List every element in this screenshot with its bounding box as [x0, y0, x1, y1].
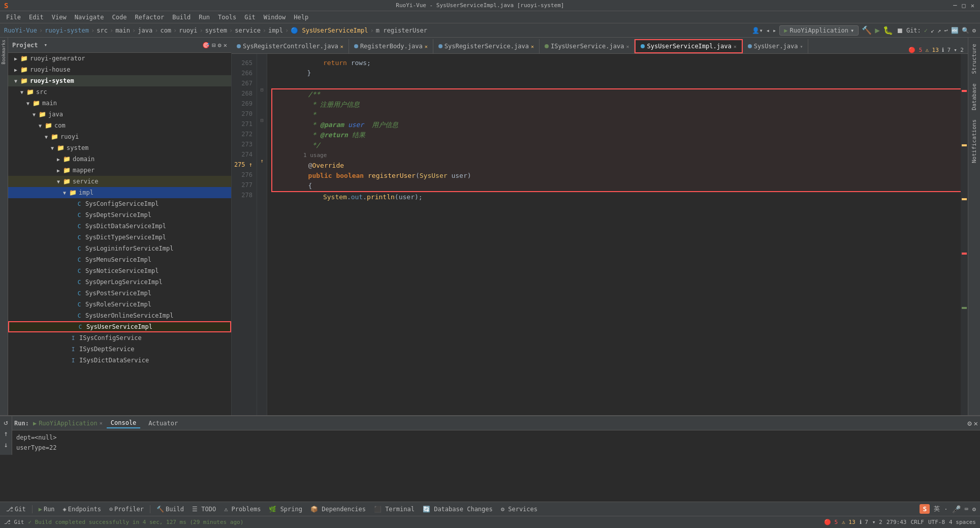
settings-btn[interactable]: ⚙: [972, 27, 976, 34]
status-position[interactable]: 279:43: [887, 519, 907, 525]
services-btn[interactable]: ⚙ Services: [499, 505, 540, 514]
status-indent[interactable]: 4 spaces: [949, 519, 976, 525]
menu-code[interactable]: Code: [108, 13, 131, 22]
tree-item-SysPostServiceImpl[interactable]: C SysPostServiceImpl: [8, 288, 231, 299]
terminal-btn[interactable]: ⬛ Terminal: [372, 505, 417, 514]
tree-item-SysDictDataServiceImpl[interactable]: C SysDictDataServiceImpl: [8, 221, 231, 232]
tree-item-ruoyi-system[interactable]: ▼ 📁 ruoyi-system: [8, 75, 231, 86]
sidebar-hide-btn[interactable]: ✕: [224, 42, 227, 49]
tree-item-SysUserServiceImpl[interactable]: C SysUserServiceImpl: [8, 321, 231, 332]
scroll-up-button[interactable]: ↑: [4, 429, 8, 438]
tree-item-SysConfigServiceImpl[interactable]: C SysConfigServiceImpl: [8, 198, 231, 209]
tree-item-SysLogininforServiceImpl[interactable]: C SysLogininforServiceImpl: [8, 243, 231, 254]
todo-btn[interactable]: ☰ TODO: [190, 505, 218, 514]
tab-close-icon[interactable]: ▾: [800, 44, 803, 49]
tree-item-ISysDeptService[interactable]: I ISysDeptService: [8, 344, 231, 355]
run-btn[interactable]: ▶: [875, 25, 880, 35]
tab-close-icon[interactable]: ✕: [734, 44, 737, 49]
tree-item-domain[interactable]: ▶ 📁 domain: [8, 153, 231, 165]
tree-item-ruoyi-house[interactable]: ▶ 📁 ruoyi-house: [8, 64, 231, 75]
collapse-all-btn[interactable]: ⊟: [212, 42, 215, 49]
build-btn[interactable]: 🔨: [862, 25, 872, 35]
gutter-fold-268[interactable]: ⊟: [257, 84, 267, 95]
update-btn[interactable]: ↙: [931, 27, 934, 34]
run-config-dropdown[interactable]: ▶ RuoYiApplication ▾: [779, 25, 859, 36]
gutter-fold-271[interactable]: ⊟: [257, 115, 267, 125]
nav-forward-button[interactable]: ◂: [766, 27, 770, 34]
tree-item-mapper[interactable]: ▶ 📁 mapper: [8, 165, 231, 176]
menu-tools[interactable]: Tools: [214, 13, 240, 22]
breadcrumb-class[interactable]: 🔵 SysUserServiceImpl: [291, 27, 368, 34]
breadcrumb-java[interactable]: java: [138, 27, 152, 34]
breadcrumb-com[interactable]: com: [160, 27, 171, 34]
translate-btn[interactable]: 🔤: [951, 27, 959, 34]
status-build-ok[interactable]: ✓ Build completed successfully in 4 sec,…: [28, 519, 244, 525]
sidebar-dropdown[interactable]: ▾: [44, 42, 48, 48]
tree-item-impl[interactable]: ▼ 📁 impl: [8, 187, 231, 198]
menu-file[interactable]: File: [2, 13, 25, 22]
maximize-button[interactable]: □: [961, 2, 967, 9]
settings-btn[interactable]: ⚙: [967, 419, 971, 427]
console-tab[interactable]: Console: [107, 418, 141, 428]
menu-help[interactable]: Help: [290, 13, 312, 22]
notifications-panel-tab[interactable]: Notifications: [969, 115, 979, 167]
tree-item-ruoyi[interactable]: ▼ 📁 ruoyi: [8, 131, 231, 142]
problems-btn[interactable]: ⚠ Problems: [222, 505, 263, 514]
tree-item-ISysConfigService[interactable]: I ISysConfigService: [8, 332, 231, 344]
menu-git[interactable]: Git: [240, 13, 260, 22]
menu-build[interactable]: Build: [168, 13, 195, 22]
build-btn[interactable]: 🔨 Build: [154, 505, 186, 514]
menu-refactor[interactable]: Refactor: [131, 13, 168, 22]
tree-item-SysMenuServiceImpl[interactable]: C SysMenuServiceImpl: [8, 254, 231, 265]
push-btn[interactable]: ↗: [937, 27, 941, 34]
tree-item-main[interactable]: ▼ 📁 main: [8, 98, 231, 109]
breadcrumb-module[interactable]: ruoyi-system: [45, 27, 89, 34]
nav-recent-button[interactable]: ▸: [773, 27, 776, 34]
search-btn[interactable]: 🔍: [962, 27, 969, 34]
tab-ISysUserService[interactable]: ISysUserService.java ✕: [540, 39, 635, 53]
close-button[interactable]: ✕: [969, 2, 976, 9]
tree-item-SysDeptServiceImpl[interactable]: C SysDeptServiceImpl: [8, 209, 231, 221]
scroll-down-button[interactable]: ↓: [4, 441, 8, 449]
minimize-button[interactable]: ─: [952, 2, 958, 9]
tree-item-java[interactable]: ▼ 📁 java: [8, 109, 231, 120]
menu-window[interactable]: Window: [260, 13, 290, 22]
run-app-close[interactable]: ✕: [100, 420, 103, 426]
run-app-label[interactable]: ▶ RuoYiApplication ✕: [33, 420, 103, 427]
tree-item-com[interactable]: ▼ 📁 com: [8, 120, 231, 131]
tree-item-system[interactable]: ▼ 📁 system: [8, 142, 231, 153]
status-git-branch[interactable]: ⎇ Git: [4, 519, 24, 525]
menu-edit[interactable]: Edit: [25, 13, 48, 22]
stop-btn[interactable]: ⏹: [896, 26, 903, 35]
sidebar-settings-btn[interactable]: ⚙: [218, 42, 222, 49]
breadcrumb-impl[interactable]: impl: [268, 27, 283, 34]
breadcrumb-app[interactable]: RuoYi-Vue: [4, 27, 37, 34]
breadcrumb-src[interactable]: src: [97, 27, 108, 34]
window-controls[interactable]: ─ □ ✕: [952, 2, 976, 9]
git-panel-btn[interactable]: ⎇ Git: [4, 505, 28, 514]
restart-button[interactable]: ↺: [4, 418, 8, 426]
breadcrumb-service[interactable]: service: [235, 27, 261, 34]
dependencies-btn[interactable]: 📦 Dependencies: [308, 505, 368, 514]
database-changes-btn[interactable]: 🔄 Database Changes: [421, 505, 495, 514]
tree-item-SysRoleServiceImpl[interactable]: C SysRoleServiceImpl: [8, 299, 231, 310]
status-encoding[interactable]: UTF-8: [928, 519, 945, 525]
breadcrumb-system[interactable]: system: [205, 27, 227, 34]
spring-btn[interactable]: 🌿 Spring: [267, 505, 304, 514]
status-warn-count[interactable]: ⚠ 13: [842, 519, 856, 525]
tab-RegisterBody[interactable]: RegisterBody.java ✕: [349, 39, 433, 53]
status-info-count[interactable]: ℹ 7: [860, 519, 868, 525]
tab-SysUser[interactable]: SysUser.java ▾: [743, 39, 809, 53]
bookmarks-panel[interactable]: Bookmarks: [0, 38, 7, 67]
breadcrumb-ruoyi[interactable]: ruoyi: [179, 27, 197, 34]
run-panel-btn[interactable]: ▶ Run: [37, 505, 57, 514]
tree-item-ruoyi-generator[interactable]: ▶ 📁 ruoyi-generator: [8, 53, 231, 64]
profiler-btn[interactable]: ⊙ Profiler: [107, 505, 146, 514]
tree-item-SysOperLogServiceImpl[interactable]: C SysOperLogServiceImpl: [8, 276, 231, 288]
actuator-tab[interactable]: Actuator: [144, 419, 182, 428]
menu-view[interactable]: View: [48, 13, 71, 22]
tab-SysRegisterService[interactable]: SysRegisterService.java ✕: [433, 39, 540, 53]
endpoints-btn[interactable]: ◈ Endpoints: [61, 505, 103, 514]
menu-run[interactable]: Run: [195, 13, 214, 22]
hide-panel-btn[interactable]: ✕: [974, 419, 978, 427]
